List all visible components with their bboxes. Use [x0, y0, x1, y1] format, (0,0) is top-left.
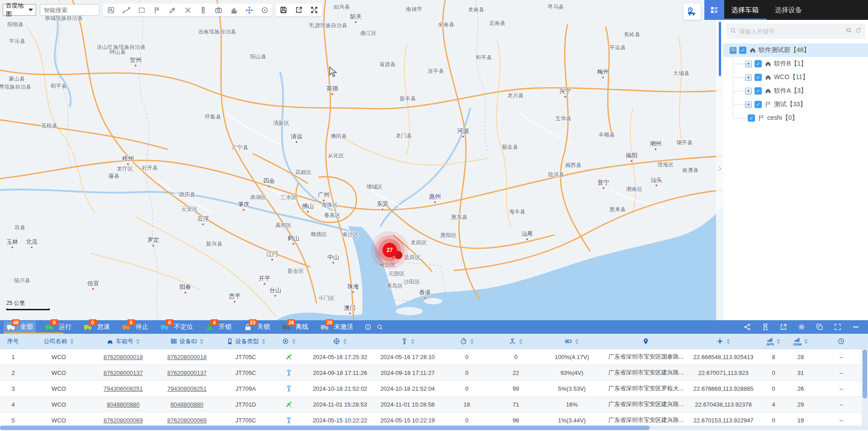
map-tool-ruler[interactable]: [195, 4, 211, 16]
map-tool-bar-chart[interactable]: [226, 4, 241, 16]
map-action-export-arrow[interactable]: [291, 4, 307, 16]
vehicle-history-button[interactable]: [684, 4, 701, 20]
column-header-status-dot[interactable]: [273, 334, 305, 349]
share-button[interactable]: [741, 321, 753, 333]
tree-node[interactable]: +✓WCO【11】: [723, 71, 868, 84]
map-tool-camera-snapshot[interactable]: [211, 4, 226, 16]
column-header-设备ID[interactable]: 设备ID: [155, 334, 219, 349]
sort-arrows-icon[interactable]: [200, 339, 203, 344]
column-header-公司名称[interactable]: 公司名称: [26, 334, 91, 349]
status-filter-停止[interactable]: 0停止: [119, 321, 151, 333]
sort-arrows-icon[interactable]: [777, 339, 780, 344]
sort-arrows-icon[interactable]: [519, 339, 523, 344]
sort-arrows-icon[interactable]: [343, 339, 347, 344]
sidebar-tab-1[interactable]: 选择车箱: [723, 0, 767, 20]
table-row[interactable]: 2WCO876208000137876208000137JT705C2024-0…: [0, 365, 868, 381]
map-tool-circle-target[interactable]: [257, 4, 272, 16]
map-action-save[interactable]: [276, 4, 291, 16]
column-header-clock[interactable]: [815, 334, 868, 349]
vertical-scrollbar-thumb[interactable]: [863, 350, 867, 398]
column-header-battery[interactable]: [538, 334, 606, 349]
status-filter-不定位[interactable]: 0不定位: [157, 321, 196, 333]
panel-toggle-button[interactable]: [704, 0, 724, 20]
map-tool-cross-measure[interactable]: [180, 4, 195, 16]
tree-checkbox[interactable]: ✓: [755, 60, 762, 67]
expand-icon[interactable]: +: [745, 61, 752, 67]
status-filter-怠速[interactable]: 0怠速: [80, 321, 113, 333]
status-filter-运行[interactable]: 0运行: [42, 321, 74, 333]
column-header-signal-bars[interactable]: GPS: [760, 334, 787, 349]
sort-arrows-icon[interactable]: [411, 339, 415, 344]
map-canvas[interactable]: 阳朔县恭城瑶族自治县平乐县钟山县贺州连山壮族瑶族自治县连南瑶族自治县阳山县乳源瑶…: [0, 0, 723, 320]
tree-node[interactable]: −✓软件测试部【48】: [723, 43, 868, 57]
search-button[interactable]: [374, 321, 386, 333]
status-filter-开锁[interactable]: 4开锁: [202, 321, 234, 333]
sort-arrows-icon[interactable]: [292, 339, 296, 344]
sort-arrows-icon[interactable]: [470, 339, 474, 344]
map-tool-flag-marker[interactable]: [149, 4, 165, 16]
sort-arrows-icon[interactable]: [70, 339, 74, 344]
table-row[interactable]: 4WCO80488008808048800880JT701D2024-11-01…: [0, 397, 868, 412]
tree-checkbox[interactable]: ✓: [755, 74, 762, 81]
expand-icon[interactable]: +: [745, 101, 752, 108]
map-tool-magnifier-box[interactable]: [103, 4, 118, 16]
map-tool-polyline-measure[interactable]: [118, 4, 134, 16]
column-header-设备类型[interactable]: 设备类型: [219, 334, 273, 349]
copy-button[interactable]: [814, 321, 826, 333]
status-filter-关锁[interactable]: 23关锁: [241, 321, 273, 333]
map-tool-crosshair-locate[interactable]: [241, 4, 257, 16]
tree-checkbox[interactable]: ✓: [739, 47, 746, 54]
settings-button[interactable]: [796, 321, 807, 333]
tree-checkbox[interactable]: ✓: [755, 101, 762, 108]
sort-arrows-icon[interactable]: [804, 339, 808, 344]
vehicle-number-link[interactable]: 876208000137: [104, 369, 143, 376]
table-row[interactable]: 3WCO794308008251794308008251JT709A2024-1…: [0, 381, 868, 397]
status-filter-离线[interactable]: 28离线: [279, 321, 311, 333]
device-id-link[interactable]: 876208000018: [167, 354, 207, 360]
map-provider-select[interactable]: 百度地图: [3, 4, 36, 16]
minimize-button[interactable]: [850, 321, 862, 333]
collapse-icon[interactable]: −: [730, 47, 736, 54]
horizontal-scrollbar-thumb[interactable]: [0, 426, 650, 430]
column-header-车箱号[interactable]: 车箱号: [91, 334, 155, 349]
tree-node[interactable]: +✓软件B【1】: [723, 57, 868, 71]
column-header-coordinates[interactable]: [686, 334, 760, 349]
device-id-link[interactable]: 8048800880: [170, 401, 203, 408]
vehicle-number-link[interactable]: 8048800880: [107, 401, 139, 408]
expand-icon[interactable]: +: [745, 88, 752, 95]
table-row[interactable]: 1WCO876208000018876208000018JT705C2024-0…: [0, 349, 868, 365]
device-id-link[interactable]: 876208000137: [167, 369, 207, 376]
status-filter-未激活[interactable]: 20未激活: [317, 321, 356, 333]
map-tool-brush-clear[interactable]: [165, 4, 180, 16]
column-header-signal-bars[interactable]: GSM: [787, 334, 815, 349]
vehicle-number-link[interactable]: 876208000069: [104, 417, 143, 424]
column-header-序号[interactable]: 序号: [0, 334, 26, 349]
tree-checkbox[interactable]: ✓: [755, 87, 762, 95]
keyword-search-input[interactable]: [739, 28, 843, 35]
column-header-location-pin[interactable]: [606, 334, 686, 349]
info-button[interactable]: [362, 321, 374, 333]
hourglass-button[interactable]: [760, 321, 771, 333]
expand-icon[interactable]: +: [745, 74, 752, 81]
tree-node[interactable]: +✓测试【33】: [723, 98, 868, 111]
cluster-count[interactable]: 27: [382, 243, 397, 257]
sort-arrows-icon[interactable]: [726, 339, 730, 344]
column-header-speedometer[interactable]: [440, 334, 494, 349]
vehicle-number-link[interactable]: 794308008251: [104, 385, 143, 392]
map-search-input[interactable]: [40, 4, 99, 16]
sort-arrows-icon[interactable]: [262, 339, 265, 344]
panel-expand-handle[interactable]: [717, 162, 723, 175]
sort-arrows-icon[interactable]: [575, 339, 579, 344]
tree-node[interactable]: ✓ceshi【0】: [723, 111, 868, 125]
sort-arrows-icon[interactable]: [136, 339, 140, 344]
map-tool-rectangle-select[interactable]: [134, 4, 149, 16]
device-id-link[interactable]: 876208000069: [167, 417, 207, 424]
column-header-antenna[interactable]: [375, 334, 440, 349]
refresh-icon[interactable]: [855, 27, 862, 36]
sidebar-tab-2[interactable]: 选择设备: [767, 0, 810, 20]
tree-node[interactable]: +✓软件A【3】: [723, 84, 868, 98]
export-arrow-button[interactable]: [778, 321, 789, 333]
vehicle-number-link[interactable]: 876208000018: [104, 354, 143, 360]
advanced-search-icon[interactable]: [845, 27, 852, 36]
device-id-link[interactable]: 794308008251: [167, 385, 207, 392]
